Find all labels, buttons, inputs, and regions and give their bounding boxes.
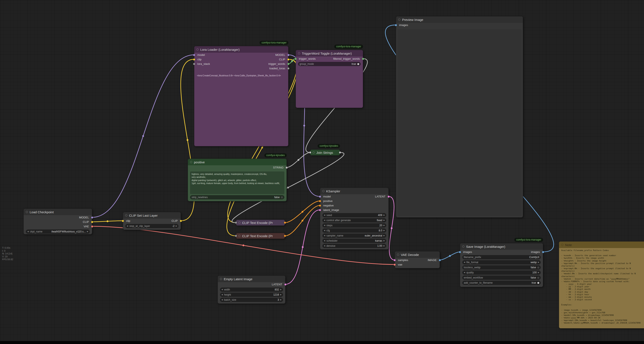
height-widget[interactable]: ◀ height 1216 ▶ (220, 292, 283, 297)
collapse-toggle-icon[interactable] (312, 152, 315, 154)
loaded-loras-output-dot[interactable] (287, 68, 290, 70)
combo-left-arrow-icon[interactable]: ◀ (27, 231, 28, 232)
collapse-toggle-icon[interactable] (238, 222, 240, 224)
vae-output-dot[interactable] (91, 226, 93, 228)
control-after-generate-widget[interactable]: ◀ control after generate fixed ▶ (322, 218, 386, 222)
vae-input-dot[interactable] (394, 264, 396, 266)
model-output-dot[interactable] (91, 216, 93, 218)
node-clip-text-encode-negative[interactable]: CLIP Text Encode (Pr (236, 233, 285, 239)
collapse-toggle-icon[interactable] (125, 214, 127, 216)
number-left-arrow-icon[interactable]: ◀ (324, 214, 325, 216)
toggle-indicator-icon[interactable] (281, 196, 283, 198)
combo-right-arrow-icon[interactable]: ▶ (87, 231, 88, 232)
collapse-toggle-icon[interactable] (397, 254, 399, 256)
combo-right-arrow-icon[interactable]: ▶ (384, 220, 385, 221)
string-output-dot[interactable] (286, 166, 288, 169)
number-right-arrow-icon[interactable]: ▶ (384, 230, 385, 232)
combo-left-arrow-icon[interactable]: ◀ (324, 220, 325, 221)
number-left-arrow-icon[interactable]: ◀ (324, 230, 325, 232)
node-vae-decode[interactable]: VAE Decode samples IMAGE vae (395, 251, 440, 268)
model-output-dot[interactable] (287, 54, 290, 56)
number-right-arrow-icon[interactable]: ▶ (384, 214, 385, 216)
collapse-toggle-icon[interactable] (26, 211, 28, 213)
number-left-arrow-icon[interactable]: ◀ (222, 294, 223, 296)
number-right-arrow-icon[interactable]: ▶ (538, 272, 539, 274)
string-output-dot[interactable] (339, 152, 341, 154)
note-text[interactable]: Available filename_prefix Pattern Codes … (561, 249, 644, 327)
steps-widget[interactable]: ◀ steps 20 ▶ (322, 223, 386, 228)
number-right-arrow-icon[interactable]: ▶ (384, 224, 385, 226)
negative-input-dot[interactable] (319, 204, 321, 207)
samples-input-dot[interactable] (394, 259, 396, 261)
node-clip-text-encode-positive[interactable]: CLIP Text Encode (Pr (236, 220, 285, 226)
number-left-arrow-icon[interactable]: ◀ (324, 224, 325, 226)
number-right-arrow-icon[interactable]: ▶ (280, 289, 282, 290)
scheduler-widget[interactable]: ◀ scheduler karras ▶ (322, 239, 386, 243)
strip-newlines-toggle-widget[interactable]: strip_newlines false (190, 195, 284, 200)
file-format-widget[interactable]: ◀ file_format webp ▶ (462, 260, 541, 264)
clip-output-dot[interactable] (180, 220, 182, 222)
images-output-dot[interactable] (542, 251, 544, 253)
toggle-indicator-icon[interactable] (357, 63, 359, 65)
latent-image-input-dot[interactable] (319, 209, 321, 211)
toggle-indicator-icon[interactable] (537, 266, 539, 268)
sampler-name-widget[interactable]: ◀ sampler_name euler_ancestral ▶ (322, 234, 386, 238)
node-load-checkpoint[interactable]: Load Checkpoint MODEL CLIP VAE ◀ ckpt_na… (24, 208, 92, 234)
combo-right-arrow-icon[interactable]: ▶ (538, 262, 539, 263)
model-input-dot[interactable] (319, 196, 321, 198)
images-input-dot[interactable] (459, 251, 461, 253)
lora-syntax-text[interactable]: <lora:CreateConcept_Illustrious:0.8> <lo… (197, 74, 286, 77)
node-preview-image[interactable]: Preview Image images (396, 16, 523, 218)
clip-input-dot[interactable] (122, 220, 124, 222)
collapse-toggle-icon[interactable] (190, 161, 192, 163)
collapse-toggle-icon[interactable] (196, 48, 198, 50)
filename-prefix-widget[interactable]: filename_prefix ComfyUI (462, 255, 541, 259)
number-right-arrow-icon[interactable]: ▶ (176, 225, 177, 227)
add-counter-toggle-widget[interactable]: add_counter_to_filename true (462, 281, 541, 285)
collapse-toggle-icon[interactable] (238, 235, 240, 237)
collapse-toggle-icon[interactable] (561, 244, 563, 246)
combo-right-arrow-icon[interactable]: ▶ (384, 235, 385, 236)
lossless-webp-toggle-widget[interactable]: lossless_webp false (462, 265, 541, 270)
node-empty-latent-image[interactable]: Empty Latent Image LATENT ◀ width 832 ▶ … (218, 276, 286, 304)
number-right-arrow-icon[interactable]: ▶ (280, 294, 282, 296)
prompt-textarea[interactable]: highres, very detailed, amazing quality,… (190, 172, 284, 194)
model-input-dot[interactable] (193, 54, 195, 56)
width-widget[interactable]: ◀ width 832 ▶ (220, 288, 283, 292)
collapsed-input-dot[interactable] (235, 222, 237, 224)
node-join-strings[interactable]: Join Strings (310, 150, 340, 156)
collapse-toggle-icon[interactable] (220, 278, 222, 280)
clip-output-dot[interactable] (91, 221, 93, 223)
embed-workflow-toggle-widget[interactable]: embed_workflow false (462, 276, 541, 280)
quality-widget[interactable]: ◀ quality 100 ▶ (462, 270, 541, 275)
conditioning-output-dot[interactable] (284, 235, 286, 237)
latent-output-dot[interactable] (284, 284, 286, 286)
positive-input-dot[interactable] (319, 200, 321, 202)
collapse-toggle-icon[interactable] (298, 52, 300, 54)
node-note[interactable]: Note Available filename_prefix Pattern C… (559, 242, 644, 328)
string-input-dot[interactable] (309, 152, 311, 154)
node-ksampler[interactable]: KSampler model LATENT positive negative … (320, 188, 389, 250)
toggle-indicator-icon[interactable] (537, 282, 539, 284)
number-left-arrow-icon[interactable]: ◀ (324, 245, 325, 247)
trigger-words-output-dot[interactable] (287, 63, 290, 65)
node-triggerword-toggle[interactable]: TriggerWord Toggle (LoraManager) trigger… (296, 50, 363, 108)
number-right-arrow-icon[interactable]: ▶ (384, 245, 385, 247)
ckpt-name-widget[interactable]: ◀ ckpt_name ilwaiNSFWIllustrious_v110.s.… (26, 230, 90, 234)
node-lora-loader[interactable]: Lora Loader (LoraManager) model MODEL cl… (194, 46, 288, 146)
lora-stack-input-dot[interactable] (193, 63, 195, 65)
number-left-arrow-icon[interactable]: ◀ (222, 289, 223, 290)
number-left-arrow-icon[interactable]: ◀ (222, 299, 223, 301)
group-mode-toggle-widget[interactable]: group_mode true (298, 62, 361, 66)
combo-right-arrow-icon[interactable]: ▶ (384, 240, 385, 242)
conditioning-output-dot[interactable] (284, 222, 286, 224)
trigger-words-input-dot[interactable] (294, 58, 297, 60)
collapse-toggle-icon[interactable] (322, 190, 324, 192)
cfg-widget[interactable]: ◀ cfg 8.0 ▶ (322, 228, 386, 233)
seed-widget[interactable]: ◀ seed 409 ▶ (322, 213, 386, 217)
number-right-arrow-icon[interactable]: ▶ (280, 299, 282, 301)
collapsed-input-dot[interactable] (235, 235, 237, 237)
node-save-image[interactable]: Save Image (LoraManager) images images f… (460, 243, 543, 287)
number-left-arrow-icon[interactable]: ◀ (127, 225, 128, 227)
combo-left-arrow-icon[interactable]: ◀ (324, 240, 325, 242)
